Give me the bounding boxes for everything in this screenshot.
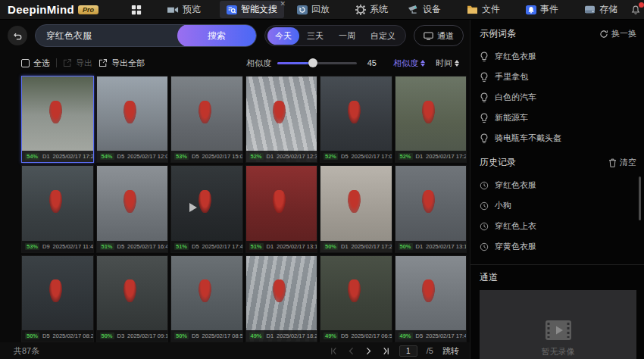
result-tile[interactable]: 51% D1 2025/02/17 13:12:15 [245,165,318,252]
main-panel: 搜索 今天 三天 一周 自定义 通道 全选 导出 [0,20,470,359]
channel-select-button[interactable]: 通道 [414,25,464,46]
prev-page-icon[interactable] [347,347,355,355]
history-term[interactable]: 穿红色衣服 [480,175,636,195]
timestamp: 2025/02/17 13:12:15 [277,243,317,250]
tile-info-bar: 50% D5 2025/02/17 08:54:26 [171,330,242,342]
tab-device[interactable]: 设备 [401,1,448,18]
clock-icon [480,242,489,251]
timestamp: 2025/02/17 08:28:14 [53,332,93,339]
next-page-icon[interactable] [364,347,373,355]
tile-info-bar: 49% D5 2025/02/17 17:40:46 [395,330,467,342]
result-tile[interactable]: 50% D3 2025/02/17 09:15:49 [96,255,169,342]
history-term[interactable]: 穿红色上衣 [480,216,636,236]
clear-history-button[interactable]: 清空 [608,157,636,168]
tab-files[interactable]: 文件 [460,1,507,18]
clock-icon [480,222,489,231]
tab-storage[interactable]: 存储 [577,1,624,18]
result-tile[interactable]: 50% D1 2025/02/17 17:29:46 [320,165,392,252]
bottom-bar: 共87条 /5 跳转 [0,342,470,359]
thumbnail-image [395,166,467,251]
tab-preview[interactable]: 预览 [161,1,208,18]
tab-system[interactable]: 系统 [349,1,395,18]
example-term[interactable]: 穿红色衣服 [480,46,636,67]
right-sidebar: 示例词条 换一换 穿红色衣服 手里拿包 白色的汽车 新能源车 骑电瓶车不戴头盔 [470,20,644,359]
result-tile[interactable]: 49% D5 2025/02/17 06:51:53 [320,255,392,342]
result-tile[interactable]: 50% D1 2025/02/17 13:12:23 [395,165,467,252]
result-tile[interactable]: 54% D1 2025/02/17 17:23:23 [21,76,94,163]
timestamp: 2025/02/17 11:49:51 [53,243,93,250]
time-filter-week[interactable]: 一周 [331,27,363,45]
tile-info-bar: 51% D5 2025/02/17 17:43:37 [171,241,242,252]
timestamp: 2025/02/17 15:07:13 [202,153,242,160]
similarity-slider[interactable] [277,62,357,64]
export-all-button[interactable]: 导出全部 [98,58,145,69]
page-number-input[interactable] [399,345,417,357]
tab-smart-search[interactable]: 智能文搜 ✕ [220,1,284,18]
brand-name: DeepinMind [8,3,74,16]
result-tile[interactable]: 50% D5 2025/02/17 08:28:14 [21,255,94,342]
result-tile[interactable]: 52% D5 2025/02/17 17:08:25 [320,76,392,163]
close-tab-icon[interactable]: ✕ [280,0,286,8]
result-tile[interactable]: 50% D5 2025/02/17 08:54:26 [170,255,243,342]
lightbulb-icon [480,92,489,103]
slider-thumb[interactable] [308,58,317,67]
history-term[interactable]: 小狗 [480,195,636,216]
history-term[interactable]: 穿黄色衣服 [480,236,636,257]
back-button[interactable] [8,26,27,45]
result-tile[interactable]: 49% D5 2025/02/17 17:40:46 [395,255,467,342]
result-tile[interactable]: 53% D9 2025/02/17 11:49:51 [21,165,94,252]
camera-id: D1 [341,243,349,250]
camera-id: D1 [42,153,50,160]
similarity-badge: 51% [100,243,114,250]
results-total: 共87条 [14,345,39,357]
example-term[interactable]: 骑电瓶车不戴头盔 [480,128,636,148]
time-filter-today[interactable]: 今天 [267,27,299,45]
time-filter-custom[interactable]: 自定义 [363,27,403,45]
divider [56,58,57,67]
result-tile[interactable]: 51% D5 2025/02/17 17:43:37 [170,165,243,252]
time-filter-3days[interactable]: 三天 [299,27,331,45]
export-icon [63,58,72,67]
sort-by-similarity[interactable]: 相似度 [393,58,425,69]
sort-controls: 相似度 时间 [393,58,459,69]
notification-badge [639,2,644,8]
jump-button[interactable]: 跳转 [442,345,459,357]
history-title: 历史记录 [480,156,516,169]
apps-menu-button[interactable] [124,2,148,17]
result-tile[interactable]: 51% D5 2025/02/17 16:47:25 [96,165,169,252]
result-tile[interactable]: 52% D1 2025/02/17 17:29:31 [395,76,467,163]
result-tile[interactable]: 49% D1 2025/02/17 18:29:47 [245,255,318,342]
refresh-examples-button[interactable]: 换一换 [599,28,636,39]
camera-id: D9 [42,243,50,250]
tab-playback[interactable]: 回放 [290,1,336,18]
result-tile[interactable]: 53% D5 2025/02/17 15:07:13 [170,76,243,163]
example-term[interactable]: 白色的汽车 [480,87,636,108]
tab-events[interactable]: 事件 [519,1,565,18]
search-input[interactable] [36,25,177,46]
play-icon[interactable] [186,201,199,217]
similarity-badge: 50% [399,243,413,250]
history-term-label: 穿红色衣服 [495,180,536,191]
example-term[interactable]: 手里拿包 [480,67,636,87]
select-all-control[interactable]: 全选 [21,58,50,69]
select-all-checkbox[interactable] [21,59,30,67]
thumbnail-image [320,76,392,162]
pages-total: /5 [427,346,433,355]
result-tile[interactable]: 54% D5 2025/02/17 12:04:59 [96,76,169,163]
last-page-icon[interactable] [382,347,390,355]
timestamp: 2025/02/17 06:51:53 [352,332,392,339]
camera-id: D1 [416,153,424,160]
history-scrollbar[interactable] [639,176,641,220]
first-page-icon[interactable] [330,347,338,355]
camera-id: D5 [117,243,125,250]
sort-by-time[interactable]: 时间 [436,58,459,69]
camera-id: D5 [192,153,199,160]
tile-info-bar: 53% D9 2025/02/17 11:49:51 [22,241,93,252]
camera-id: D3 [117,332,125,339]
notification-bell-icon[interactable] [630,5,641,15]
example-term[interactable]: 新能源车 [480,108,636,128]
result-tile[interactable]: 52% D1 2025/02/17 12:30:51 [245,76,318,163]
similarity-badge: 51% [249,243,264,250]
search-button[interactable]: 搜索 [177,24,256,47]
export-button[interactable]: 导出 [63,58,92,69]
